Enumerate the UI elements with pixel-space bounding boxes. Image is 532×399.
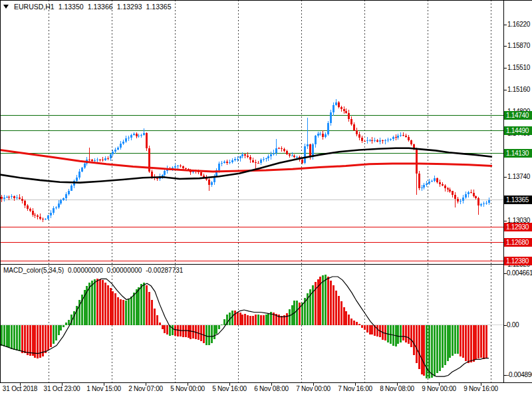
- ohlc-close: 1.13365: [146, 3, 172, 11]
- price-level-badge: 1.12680: [504, 238, 532, 247]
- price-axis-label: 1.15870: [507, 42, 532, 50]
- macd-panel[interactable]: [0, 265, 503, 382]
- macd-header: MACD_color(5,34,5) 0.00000000 0.00000000…: [3, 267, 185, 274]
- price-axis-label: 1.15510: [507, 64, 532, 72]
- price-axis-label: 1.13740: [507, 173, 532, 181]
- macd-scale-label: 0.00: [507, 321, 532, 329]
- macd-value-1: 0.00000000: [68, 267, 103, 274]
- current-price-badge: 1.13365: [504, 196, 532, 204]
- symbol-dropdown-icon: [3, 5, 9, 9]
- macd-indicator-name: MACD_color(5,34,5): [3, 267, 64, 274]
- ohlc-high: 1.13366: [88, 3, 113, 11]
- chart-header: EURUSD,H1 1.13350 1.13366 1.13293 1.1336…: [3, 3, 173, 11]
- time-axis-label: 9 Nov 16:00: [451, 385, 511, 392]
- ohlc-open: 1.13350: [59, 3, 84, 11]
- main-chart-panel[interactable]: [0, 0, 503, 264]
- symbol-period-label: EURUSD,H1: [14, 3, 55, 11]
- price-level-badge: 1.12380: [504, 257, 532, 265]
- ohlc-low: 1.13293: [117, 3, 142, 11]
- price-level-badge: 1.14130: [504, 149, 532, 158]
- price-axis-label: 1.15160: [507, 86, 532, 94]
- macd-scale-label: 0.0046610: [507, 269, 532, 277]
- price-level-badge: 1.14740: [504, 111, 532, 120]
- macd-value-2: 0.00000000: [107, 267, 142, 274]
- trading-chart-window: EURUSD,H1 1.13350 1.13366 1.13293 1.1336…: [0, 0, 532, 399]
- macd-scale-label: -0.0048901: [507, 371, 532, 379]
- macd-value-3: -0.00287731: [146, 267, 183, 274]
- price-level-badge: 1.12930: [504, 223, 532, 231]
- price-axis-label: 1.16220: [507, 21, 532, 29]
- price-level-badge: 1.14490: [504, 126, 532, 135]
